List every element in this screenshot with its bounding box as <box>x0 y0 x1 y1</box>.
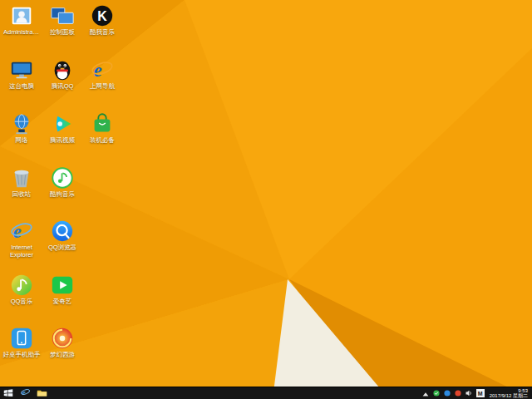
ie-icon: e <box>9 219 34 244</box>
desktop-icon-essential-apps[interactable]: 装机必备 <box>83 111 121 145</box>
icon-label: Administrator <box>3 29 40 37</box>
icon-label: 酷狗音乐 <box>50 191 75 199</box>
taskbar: e <box>0 387 532 399</box>
start-button[interactable] <box>0 387 17 399</box>
music-note-circle-icon <box>50 165 75 190</box>
icon-label: 腾讯视频 <box>50 137 75 145</box>
desktop-icon-web-nav[interactable]: e 上网导航 <box>83 57 121 91</box>
game-swirl-icon <box>50 326 75 351</box>
recycle-bin-icon <box>9 165 34 190</box>
desktop-icon-control-panel[interactable]: 控制面板 <box>43 3 81 37</box>
tray-alert-icon[interactable] <box>455 390 462 397</box>
hidden-icons-button[interactable] <box>422 390 430 397</box>
qq-penguin-icon <box>50 57 75 82</box>
icon-label: QQ浏览器 <box>48 244 76 252</box>
icon-label: Internet Explorer <box>2 244 41 259</box>
desktop-icon-this-pc[interactable]: 这台电脑 <box>2 57 41 91</box>
browser-e-icon: e <box>90 57 115 82</box>
tray-security-icon[interactable] <box>433 390 441 397</box>
icon-label: 梦幻西游 <box>50 352 75 359</box>
windows-logo-icon <box>3 386 13 399</box>
desktop: Administrator 控制面板 K 酷我音乐 这台电脑 腾讯QQ e 上网… <box>0 0 532 399</box>
icon-label: 上网导航 <box>90 83 115 91</box>
icon-label: QQ音乐 <box>11 298 33 306</box>
volume-icon[interactable] <box>466 390 473 397</box>
icon-label: 腾讯QQ <box>52 83 74 91</box>
kuwo-k-icon: K <box>90 3 115 28</box>
desktop-icon-qq-music[interactable]: QQ音乐 <box>2 273 41 306</box>
icon-label: 回收站 <box>12 191 32 199</box>
svg-text:e: e <box>22 388 25 397</box>
phone-icon <box>9 326 34 351</box>
desktop-icon-tencent-qq[interactable]: 腾讯QQ <box>43 57 81 91</box>
desktop-icon-kugou-music[interactable]: 酷狗音乐 <box>43 165 81 199</box>
desktop-icon-menghuan-xiyou[interactable]: 梦幻西游 <box>43 326 81 359</box>
q-browser-icon <box>50 219 75 244</box>
svg-text:K: K <box>97 9 107 23</box>
iqiyi-play-icon <box>50 273 75 298</box>
desktop-icon-iqiyi[interactable]: 爱奇艺 <box>43 273 81 306</box>
desktop-icon-phone-assistant[interactable]: 好桌手机助手 <box>2 326 41 359</box>
tray-messenger-icon[interactable] <box>444 390 451 397</box>
svg-text:e: e <box>13 221 22 242</box>
desktop-icon-tencent-video[interactable]: 腾讯视频 <box>43 111 81 145</box>
chevron-up-icon <box>422 386 429 399</box>
tray-clock[interactable]: 9:53 2017/9/12 星期二 <box>488 388 530 399</box>
icon-label: 控制面板 <box>50 29 75 37</box>
shopping-bag-icon <box>90 111 115 136</box>
folder-icon <box>37 386 47 399</box>
clock-date: 2017/9/12 星期二 <box>490 393 528 399</box>
ime-indicator[interactable]: M <box>476 389 485 397</box>
taskbar-ie-button[interactable]: e <box>17 387 33 399</box>
desktop-icon-kuwo-music[interactable]: K 酷我音乐 <box>83 3 121 37</box>
ie-icon: e <box>20 386 31 399</box>
user-folder-icon <box>9 3 34 28</box>
qq-music-note-icon <box>9 273 34 298</box>
play-logo-icon <box>50 111 75 136</box>
desktop-icon-administrator[interactable]: Administrator <box>2 3 41 37</box>
svg-text:e: e <box>94 60 102 81</box>
network-globe-icon <box>9 111 34 136</box>
computer-icon <box>9 57 34 82</box>
icon-label: 装机必备 <box>90 137 115 145</box>
icon-label: 这台电脑 <box>9 83 34 91</box>
desktop-icon-recycle-bin[interactable]: 回收站 <box>2 165 41 199</box>
desktop-icon-internet-explorer[interactable]: e Internet Explorer <box>2 219 41 259</box>
desktop-icon-network[interactable]: 网络 <box>2 111 41 145</box>
desktop-icon-qq-browser[interactable]: QQ浏览器 <box>43 219 81 252</box>
taskbar-left: e <box>0 387 50 399</box>
control-panel-icon <box>50 3 75 28</box>
icon-label: 酷我音乐 <box>90 29 115 37</box>
taskbar-explorer-button[interactable] <box>33 387 50 399</box>
icon-label: 网络 <box>16 137 28 145</box>
icon-label: 好桌手机助手 <box>3 352 41 359</box>
icon-label: 爱奇艺 <box>53 298 72 306</box>
system-tray: M 9:53 2017/9/12 星期二 <box>422 387 532 399</box>
